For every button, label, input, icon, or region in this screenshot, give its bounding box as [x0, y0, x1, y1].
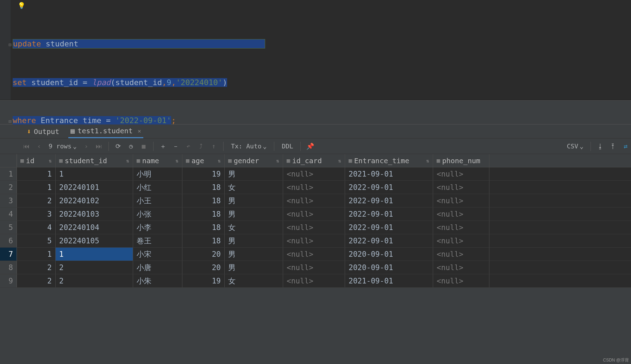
- data-grid[interactable]: ▦id⇅ ▦student_id⇅ ▦name⇅ ▦age⇅ ▦gender⇅ …: [0, 154, 631, 288]
- cell[interactable]: 4: [0, 207, 17, 221]
- col-header-phone[interactable]: ▦phone_num: [433, 154, 489, 167]
- table-row[interactable]: 65202240105卷王18男<null>2022-09-01<null>: [0, 234, 631, 248]
- col-header-student-id[interactable]: ▦student_id⇅: [56, 154, 133, 167]
- cell[interactable]: <null>: [283, 181, 345, 194]
- cell[interactable]: <null>: [283, 194, 345, 207]
- cell[interactable]: 2: [56, 261, 133, 274]
- cell[interactable]: 202240103: [56, 207, 133, 221]
- cell[interactable]: 2: [17, 274, 56, 287]
- tab-result-table[interactable]: ▦ test1.student ✕: [68, 124, 143, 138]
- cell[interactable]: <null>: [283, 274, 345, 287]
- cell[interactable]: 男: [225, 234, 283, 247]
- cell[interactable]: <null>: [283, 221, 345, 234]
- cell[interactable]: 8: [0, 261, 17, 274]
- settings-button[interactable]: ⇄: [620, 141, 631, 152]
- ddl-button[interactable]: DDL: [279, 141, 296, 152]
- sort-icon[interactable]: ⇅: [126, 158, 129, 164]
- cell[interactable]: 5: [17, 234, 56, 247]
- table-row[interactable]: 43202240103小张18男<null>2022-09-01<null>: [0, 207, 631, 221]
- cell[interactable]: 18: [182, 221, 225, 234]
- cell[interactable]: 18: [182, 234, 225, 247]
- cell[interactable]: 1: [0, 167, 17, 180]
- cell[interactable]: <null>: [433, 194, 489, 207]
- reload-button[interactable]: ⟳: [113, 141, 124, 152]
- cell[interactable]: 小张: [133, 207, 182, 221]
- cell[interactable]: 女: [225, 274, 283, 287]
- remove-row-button[interactable]: －: [170, 141, 181, 152]
- cell[interactable]: <null>: [433, 261, 489, 274]
- table-row[interactable]: 32202240102小王18男<null>2022-09-01<null>: [0, 194, 631, 207]
- revert-button[interactable]: ↶: [183, 141, 194, 152]
- tx-mode-dropdown[interactable]: Tx: Auto ⌄: [228, 142, 270, 150]
- cell[interactable]: 男: [225, 194, 283, 207]
- cell[interactable]: 小王: [133, 194, 182, 207]
- cell[interactable]: 1: [56, 167, 133, 180]
- cell[interactable]: 1: [17, 248, 56, 261]
- cell[interactable]: 202240101: [56, 181, 133, 194]
- rows-count[interactable]: 9 rows ⌄: [46, 142, 79, 150]
- table-row[interactable]: 54202240104小李18女<null>2022-09-01<null>: [0, 221, 631, 234]
- cell[interactable]: <null>: [433, 221, 489, 234]
- cell[interactable]: 小李: [133, 221, 182, 234]
- cell[interactable]: 2: [56, 274, 133, 287]
- export-format-dropdown[interactable]: CSV ⌄: [567, 142, 586, 150]
- stopwatch-button[interactable]: ◷: [126, 141, 136, 152]
- cell[interactable]: <null>: [433, 167, 489, 180]
- stop-button[interactable]: ■: [138, 141, 149, 152]
- cell[interactable]: 2022-09-01: [345, 207, 433, 221]
- cell[interactable]: 20: [182, 261, 225, 274]
- cell[interactable]: 9: [0, 274, 17, 287]
- sort-icon[interactable]: ⇅: [426, 158, 429, 164]
- cell[interactable]: 2020-09-01: [345, 248, 433, 261]
- cell[interactable]: 18: [182, 181, 225, 194]
- col-header-id-card[interactable]: ▦id_card⇅: [283, 154, 345, 167]
- cell[interactable]: 2022-09-01: [345, 181, 433, 194]
- table-row[interactable]: 111小明19男<null>2021-09-01<null>: [0, 167, 631, 181]
- cell[interactable]: 6: [0, 234, 17, 247]
- cell[interactable]: <null>: [433, 207, 489, 221]
- cell[interactable]: 卷王: [133, 234, 182, 247]
- cell[interactable]: <null>: [283, 167, 345, 180]
- cell[interactable]: 5: [0, 221, 17, 234]
- pin-button[interactable]: 📌: [305, 141, 316, 152]
- cell[interactable]: 男: [225, 248, 283, 261]
- commit-button[interactable]: ↑: [208, 141, 219, 152]
- first-page-button[interactable]: ⏮: [21, 141, 32, 152]
- cell[interactable]: <null>: [283, 207, 345, 221]
- cell[interactable]: <null>: [433, 181, 489, 194]
- cell[interactable]: 19: [182, 167, 225, 180]
- cell[interactable]: 2: [0, 181, 17, 194]
- table-row[interactable]: 711小宋20男<null>2020-09-01<null>: [0, 248, 631, 261]
- cell[interactable]: 小红: [133, 181, 182, 194]
- col-header-age[interactable]: ▦age⇅: [182, 154, 225, 167]
- cell[interactable]: 女: [225, 181, 283, 194]
- col-header-name[interactable]: ▦name⇅: [133, 154, 182, 167]
- sort-icon[interactable]: ⇅: [49, 158, 52, 164]
- sql-editor[interactable]: 💡 ⊟update student set student_id = lpad(…: [0, 0, 631, 100]
- rownum-header[interactable]: [0, 154, 17, 167]
- tab-output[interactable]: ⬇ Output: [25, 124, 61, 138]
- cell[interactable]: 202240104: [56, 221, 133, 234]
- cell[interactable]: 18: [182, 194, 225, 207]
- submit-button[interactable]: ⤴: [196, 141, 206, 152]
- cell[interactable]: 19: [182, 274, 225, 287]
- cell[interactable]: 男: [225, 261, 283, 274]
- sort-icon[interactable]: ⇅: [276, 158, 279, 164]
- cell[interactable]: 小朱: [133, 274, 182, 287]
- cell[interactable]: 男: [225, 167, 283, 180]
- cell[interactable]: <null>: [433, 234, 489, 247]
- lightbulb-icon[interactable]: 💡: [18, 2, 25, 9]
- cell[interactable]: 18: [182, 207, 225, 221]
- cell[interactable]: 202240102: [56, 194, 133, 207]
- cell[interactable]: 2022-09-01: [345, 234, 433, 247]
- cell[interactable]: 女: [225, 221, 283, 234]
- cell[interactable]: 男: [225, 207, 283, 221]
- cell[interactable]: 2022-09-01: [345, 194, 433, 207]
- upload-button[interactable]: ⭱: [608, 141, 618, 152]
- sort-icon[interactable]: ⇅: [218, 158, 221, 164]
- sort-icon[interactable]: ⇅: [176, 158, 179, 164]
- cell[interactable]: 2: [17, 261, 56, 274]
- cell[interactable]: 小唐: [133, 261, 182, 274]
- col-header-gender[interactable]: ▦gender⇅: [225, 154, 283, 167]
- cell[interactable]: 小宋: [133, 248, 182, 261]
